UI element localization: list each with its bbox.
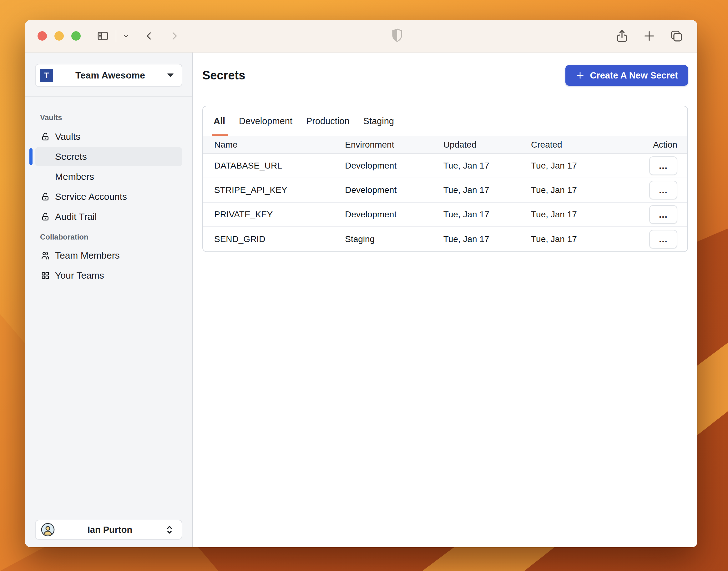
column-header-action: Action: [622, 140, 687, 150]
secret-created: Tue, Jan 17: [520, 210, 622, 220]
secret-name: DATABASE_URL: [203, 161, 334, 171]
chevron-down-icon[interactable]: [122, 32, 130, 40]
secret-environment: Staging: [334, 234, 432, 244]
sidebar-item-secrets[interactable]: Secrets: [35, 147, 182, 166]
titlebar-separator: [116, 30, 116, 42]
secret-updated: Tue, Jan 17: [432, 185, 520, 195]
secret-environment: Development: [334, 185, 432, 195]
secret-created: Tue, Jan 17: [520, 185, 622, 195]
titlebar: [25, 20, 697, 52]
secret-updated: Tue, Jan 17: [432, 161, 520, 171]
sidebar-item-vaults[interactable]: Vaults: [35, 127, 182, 146]
sidebar-item-your-teams[interactable]: Your Teams: [35, 266, 182, 285]
close-button[interactable]: [37, 31, 47, 41]
grid-icon: [41, 271, 50, 280]
team-selector[interactable]: T Team Awesome: [35, 64, 182, 87]
section-label-vaults: Vaults: [35, 113, 182, 122]
plus-icon: [575, 71, 585, 80]
chevron-up-down-icon: [165, 525, 174, 535]
sidebar-item-label: Team Members: [55, 250, 120, 261]
lock-open-icon: [41, 192, 50, 201]
column-header-name: Name: [203, 140, 334, 150]
user-name: Ian Purton: [55, 525, 165, 535]
secret-created: Tue, Jan 17: [520, 234, 622, 244]
row-actions-button[interactable]: ...: [649, 156, 677, 175]
tab-development[interactable]: Development: [239, 106, 292, 136]
table-row: PRIVATE_KEY Development Tue, Jan 17 Tue,…: [203, 203, 687, 227]
create-secret-label: Create A New Secret: [590, 70, 678, 81]
row-actions-button[interactable]: ...: [649, 205, 677, 224]
tab-staging[interactable]: Staging: [363, 106, 394, 136]
lock-open-icon: [41, 132, 50, 141]
tab-overview-icon[interactable]: [669, 29, 684, 43]
people-icon: [41, 251, 50, 260]
team-name: Team Awesome: [53, 70, 167, 81]
avatar: [41, 523, 55, 537]
zoom-button[interactable]: [71, 31, 81, 41]
sidebar-nav: Vaults Vaults Secrets Members: [25, 113, 192, 285]
section-label-collaboration: Collaboration: [35, 233, 182, 241]
user-selector[interactable]: Ian Purton: [35, 520, 182, 540]
new-tab-icon[interactable]: [642, 29, 656, 43]
app-window: T Team Awesome Vaults Vaults: [25, 20, 697, 547]
sidebar-item-label: Secrets: [55, 151, 87, 162]
secret-name: SEND_GRID: [203, 234, 334, 244]
table-row: SEND_GRID Staging Tue, Jan 17 Tue, Jan 1…: [203, 227, 687, 251]
table-row: STRIPE_API_KEY Development Tue, Jan 17 T…: [203, 178, 687, 203]
traffic-lights: [37, 31, 81, 41]
secret-updated: Tue, Jan 17: [432, 210, 520, 220]
sidebar-item-service-accounts[interactable]: Service Accounts: [35, 187, 182, 206]
sidebar-divider: [25, 96, 192, 97]
sidebar-toggle-icon[interactable]: [96, 30, 110, 42]
secret-created: Tue, Jan 17: [520, 161, 622, 171]
tab-production[interactable]: Production: [306, 106, 350, 136]
sidebar-item-label: Members: [55, 172, 94, 182]
lock-open-icon: [41, 212, 50, 221]
forward-icon[interactable]: [169, 31, 179, 41]
column-header-updated: Updated: [432, 140, 520, 150]
row-actions-button[interactable]: ...: [649, 230, 677, 249]
back-icon[interactable]: [144, 31, 154, 41]
sidebar-item-team-members[interactable]: Team Members: [35, 246, 182, 265]
secret-name: PRIVATE_KEY: [203, 210, 334, 220]
secret-environment: Development: [334, 210, 432, 220]
main-content: Secrets Create A New Secret All Developm…: [193, 52, 697, 547]
sidebar: T Team Awesome Vaults Vaults: [25, 52, 193, 547]
environment-tabs: All Development Production Staging: [203, 106, 687, 136]
secret-updated: Tue, Jan 17: [432, 234, 520, 244]
tab-all[interactable]: All: [214, 106, 225, 136]
create-secret-button[interactable]: Create A New Secret: [566, 65, 688, 86]
table-row: DATABASE_URL Development Tue, Jan 17 Tue…: [203, 154, 687, 178]
secret-name: STRIPE_API_KEY: [203, 185, 334, 195]
sidebar-item-label: Vaults: [55, 131, 80, 142]
secrets-card: All Development Production Staging Name …: [202, 106, 688, 252]
sidebar-item-label: Service Accounts: [55, 191, 127, 202]
column-header-created: Created: [520, 140, 622, 150]
sidebar-item-members[interactable]: Members: [35, 167, 182, 186]
caret-down-icon: [167, 74, 173, 77]
secret-environment: Development: [334, 161, 432, 171]
table-header: Name Environment Updated Created Action: [203, 136, 687, 154]
share-icon[interactable]: [615, 29, 629, 43]
team-avatar: T: [40, 69, 53, 82]
column-header-environment: Environment: [334, 140, 432, 150]
shield-icon: [391, 28, 403, 44]
page-title: Secrets: [202, 69, 245, 82]
sidebar-item-label: Your Teams: [55, 270, 104, 281]
row-actions-button[interactable]: ...: [649, 181, 677, 200]
sidebar-item-audit-trail[interactable]: Audit Trail: [35, 207, 182, 226]
sidebar-item-label: Audit Trail: [55, 211, 97, 222]
minimize-button[interactable]: [54, 31, 64, 41]
